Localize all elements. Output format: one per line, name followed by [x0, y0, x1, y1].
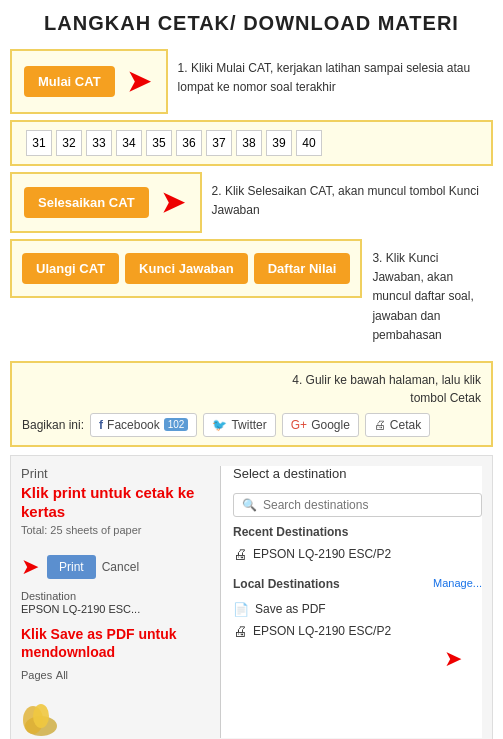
print-total-sheets: Total: 25 sheets of paper	[21, 524, 210, 536]
recent-dest-item[interactable]: 🖨 EPSON LQ-2190 ESC/P2	[233, 543, 482, 565]
number-box[interactable]: 35	[146, 130, 172, 156]
kunci-jawaban-button[interactable]: Kunci Jawaban	[125, 253, 248, 284]
recent-dest-label: Recent Destinations	[233, 525, 482, 539]
print-headline: Klik print untuk cetak ke kertas	[21, 483, 210, 522]
arrow-print-icon: ➤	[21, 554, 39, 580]
search-icon: 🔍	[242, 498, 257, 512]
local-dest-pdf-label: Save as PDF	[255, 602, 326, 616]
arrow-pdf-icon: ➤	[233, 646, 482, 672]
number-box[interactable]: 31	[26, 130, 52, 156]
share-label: Bagikan ini:	[22, 418, 84, 432]
facebook-button[interactable]: f Facebook 102	[90, 413, 197, 437]
facebook-label: Facebook	[107, 418, 160, 432]
step3-description: 3. Klik Kunci Jawaban, akan muncul dafta…	[362, 239, 493, 355]
print-right-panel: Select a destination 🔍 Recent Destinatio…	[221, 466, 482, 738]
step4-block: 4. Gulir ke bawah halaman, lalu klik tom…	[10, 361, 493, 447]
local-printer-icon: 🖨	[233, 623, 247, 639]
facebook-icon: f	[99, 418, 103, 432]
manage-link[interactable]: Manage...	[433, 577, 482, 589]
pages-value: All	[56, 669, 68, 681]
local-dest-pdf[interactable]: 📄 Save as PDF	[233, 599, 482, 620]
number-box[interactable]: 36	[176, 130, 202, 156]
twitter-icon: 🐦	[212, 418, 227, 432]
twitter-button[interactable]: 🐦 Twitter	[203, 413, 275, 437]
print-section: Print Klik print untuk cetak ke kertas T…	[10, 455, 493, 739]
print-icon: 🖨	[374, 418, 386, 432]
step4-description: 4. Gulir ke bawah halaman, lalu klik tom…	[257, 371, 482, 407]
page-title: LANGKAH CETAK/ DOWNLOAD MATERI	[0, 0, 503, 43]
destination-row: Destination EPSON LQ-2190 ESC...	[21, 588, 210, 615]
local-dest-printer[interactable]: 🖨 EPSON LQ-2190 ESC/P2	[233, 620, 482, 642]
pages-row: Pages All	[21, 667, 210, 682]
select-dest-title: Select a destination	[233, 466, 482, 485]
step3-block: Ulangi CAT Kunci Jawaban Daftar Nilai 3.…	[10, 239, 493, 355]
pages-label: Pages	[21, 669, 52, 681]
number-box[interactable]: 33	[86, 130, 112, 156]
destination-label: Destination	[21, 590, 76, 602]
arrow-right-icon: ➤	[127, 65, 150, 98]
step4-top: 4. Gulir ke bawah halaman, lalu klik tom…	[22, 371, 481, 407]
number-box[interactable]: 38	[236, 130, 262, 156]
cancel-button[interactable]: Cancel	[102, 560, 139, 574]
printer-icon: 🖨	[233, 546, 247, 562]
search-bar[interactable]: 🔍	[233, 493, 482, 517]
arrow-right2-icon: ➤	[161, 186, 184, 219]
daftar-nilai-button[interactable]: Daftar Nilai	[254, 253, 351, 284]
logo-area	[21, 698, 210, 738]
print-button[interactable]: Print	[47, 555, 96, 579]
ulangi-cat-button[interactable]: Ulangi CAT	[22, 253, 119, 284]
destination-value: EPSON LQ-2190 ESC...	[21, 603, 210, 615]
cetak-label: Cetak	[390, 418, 421, 432]
number-box[interactable]: 34	[116, 130, 142, 156]
print-left-panel: Print Klik print untuk cetak ke kertas T…	[21, 466, 221, 738]
step2-block: Selesaikan CAT ➤ 2. Klik Selesaikan CAT,…	[10, 172, 493, 233]
step2-description: 2. Klik Selesaikan CAT, akan muncul tomb…	[202, 172, 493, 230]
step1-description: 1. Kliki Mulai CAT, kerjakan latihan sam…	[168, 49, 493, 107]
google-button[interactable]: G+ Google	[282, 413, 359, 437]
twitter-label: Twitter	[231, 418, 266, 432]
local-dest-header: Local Destinations Manage...	[233, 571, 482, 595]
step1-left: Mulai CAT ➤	[10, 49, 168, 114]
print-title: Print	[21, 466, 210, 481]
save-pdf-text: Klik Save as PDF untuk mendownload	[21, 625, 210, 661]
svg-point-2	[33, 704, 49, 728]
logo-icon	[21, 698, 61, 738]
google-icon: G+	[291, 418, 307, 432]
pdf-icon: 📄	[233, 602, 249, 617]
step3-left: Ulangi CAT Kunci Jawaban Daftar Nilai	[10, 239, 362, 298]
number-box[interactable]: 40	[296, 130, 322, 156]
search-input[interactable]	[263, 498, 473, 512]
selesaikan-cat-button[interactable]: Selesaikan CAT	[24, 187, 149, 218]
google-label: Google	[311, 418, 350, 432]
step2-left: Selesaikan CAT ➤	[10, 172, 202, 233]
number-box[interactable]: 37	[206, 130, 232, 156]
local-dest-printer-label: EPSON LQ-2190 ESC/P2	[253, 624, 391, 638]
number-box[interactable]: 32	[56, 130, 82, 156]
local-dest-label: Local Destinations	[233, 577, 340, 591]
cetak-button[interactable]: 🖨 Cetak	[365, 413, 430, 437]
step1-block: Mulai CAT ➤ 1. Kliki Mulai CAT, kerjakan…	[10, 49, 493, 114]
recent-dest-value: EPSON LQ-2190 ESC/P2	[253, 547, 391, 561]
share-row: Bagikan ini: f Facebook 102 🐦 Twitter G+…	[22, 413, 481, 437]
number-row: 31323334353637383940	[10, 120, 493, 166]
number-box[interactable]: 39	[266, 130, 292, 156]
fb-count-badge: 102	[164, 418, 189, 431]
mulai-cat-button[interactable]: Mulai CAT	[24, 66, 115, 97]
print-btn-row: ➤ Print Cancel	[21, 554, 210, 580]
